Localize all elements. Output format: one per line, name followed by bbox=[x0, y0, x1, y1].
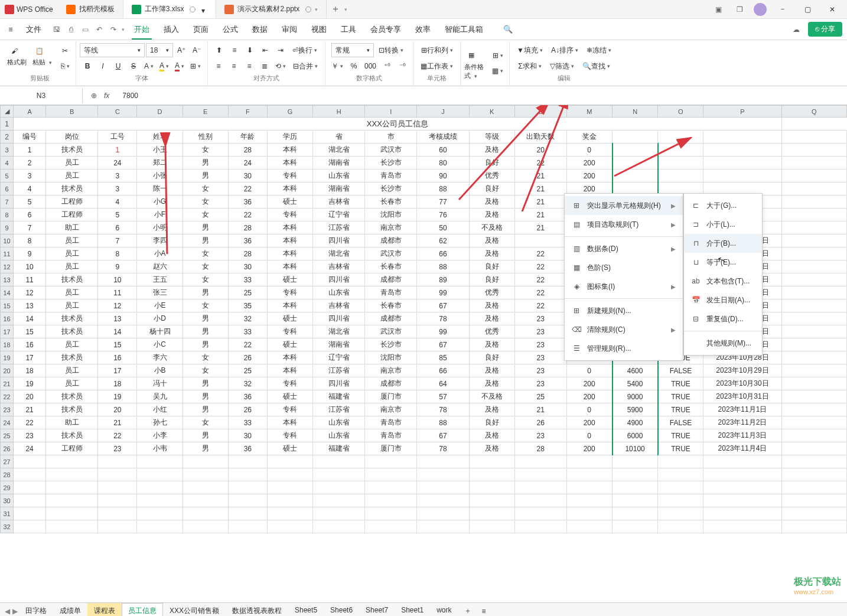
next-sheet-button[interactable]: ▶ bbox=[12, 607, 18, 615]
cell[interactable]: 30 bbox=[228, 260, 267, 273]
cell[interactable]: 及格 bbox=[469, 377, 514, 390]
cell[interactable]: 女 bbox=[183, 416, 228, 429]
menu-插入[interactable]: 插入 bbox=[157, 19, 186, 40]
cell[interactable]: 66 bbox=[417, 247, 469, 260]
cell[interactable]: 男 bbox=[183, 325, 228, 338]
cell[interactable]: 19 bbox=[14, 377, 46, 390]
cell[interactable]: 良好 bbox=[469, 260, 514, 273]
cell[interactable]: 22 bbox=[228, 182, 267, 195]
cell[interactable]: 及格 bbox=[469, 364, 514, 377]
cell[interactable]: 本科 bbox=[267, 234, 312, 247]
cut-button[interactable]: ✂ bbox=[58, 44, 72, 58]
decrease-indent-button[interactable]: ⇤ bbox=[258, 43, 272, 57]
col-header-A[interactable]: A bbox=[14, 106, 46, 118]
cell[interactable]: 2023年11月3日 bbox=[703, 429, 781, 442]
cell[interactable]: 2023年11月1日 bbox=[703, 403, 781, 416]
cell[interactable] bbox=[781, 377, 846, 390]
sheet-tab[interactable]: 成绩单 bbox=[53, 603, 87, 616]
cell[interactable]: 67 bbox=[417, 299, 469, 312]
cell[interactable] bbox=[781, 429, 846, 442]
cell[interactable]: 杨十四 bbox=[137, 325, 183, 338]
cell[interactable]: 小韦 bbox=[137, 442, 183, 455]
cell[interactable]: 22 bbox=[14, 416, 46, 429]
cell[interactable]: 13 bbox=[14, 299, 46, 312]
cell[interactable]: FALSE bbox=[658, 416, 703, 429]
cell[interactable]: 小红 bbox=[137, 403, 183, 416]
cell[interactable]: 60 bbox=[417, 144, 469, 157]
cell[interactable] bbox=[781, 312, 846, 325]
col-header-Q[interactable]: Q bbox=[781, 106, 846, 118]
col-header-N[interactable]: N bbox=[613, 106, 658, 118]
cell[interactable]: 66 bbox=[417, 364, 469, 377]
cell[interactable]: 21 bbox=[514, 182, 566, 195]
cell[interactable]: 26 bbox=[228, 403, 267, 416]
cell[interactable]: 5 bbox=[98, 208, 137, 221]
cell[interactable]: 湖北省 bbox=[313, 144, 365, 157]
cell[interactable]: 28 bbox=[514, 442, 566, 455]
cell[interactable]: 9 bbox=[14, 247, 46, 260]
cell[interactable]: 99 bbox=[417, 325, 469, 338]
cell[interactable]: 22 bbox=[514, 299, 566, 312]
cell[interactable]: 员工 bbox=[46, 170, 98, 182]
cell[interactable]: 专科 bbox=[267, 377, 312, 390]
cell[interactable]: 孙七 bbox=[137, 416, 183, 429]
cell[interactable]: 22 bbox=[228, 338, 267, 351]
row-header[interactable]: 4 bbox=[1, 157, 14, 170]
cell[interactable]: 21 bbox=[514, 221, 566, 234]
cell[interactable]: 成都市 bbox=[365, 234, 417, 247]
cell[interactable]: 0 bbox=[566, 403, 612, 416]
cell[interactable]: 18 bbox=[14, 364, 46, 377]
cell[interactable]: 工程师 bbox=[46, 442, 98, 455]
orientation-button[interactable]: ⟲ bbox=[273, 59, 288, 73]
sheet-tab[interactable]: Sheet5 bbox=[288, 603, 324, 616]
fill-button[interactable]: ▼ 填充 bbox=[513, 43, 546, 57]
cell[interactable] bbox=[514, 234, 566, 247]
cell[interactable]: 技术员 bbox=[46, 351, 98, 364]
name-box[interactable]: N3 bbox=[0, 88, 83, 103]
sheet-list-button[interactable]: ≡ bbox=[477, 607, 491, 615]
cell[interactable]: TRUE bbox=[658, 377, 703, 390]
cell[interactable]: 男 bbox=[183, 221, 228, 234]
cell[interactable]: 技术员 bbox=[46, 273, 98, 286]
cell[interactable]: 25 bbox=[228, 364, 267, 377]
cell[interactable] bbox=[781, 221, 846, 234]
cell[interactable]: 33 bbox=[228, 273, 267, 286]
row-header[interactable]: 23 bbox=[1, 403, 14, 416]
header-cell[interactable]: 奖金 bbox=[566, 131, 612, 144]
row-header[interactable]: 21 bbox=[1, 377, 14, 390]
increase-font-button[interactable]: A⁺ bbox=[174, 43, 188, 57]
cell-style-button[interactable]: ⊞ bbox=[490, 48, 506, 63]
cell[interactable]: 专科 bbox=[267, 286, 312, 299]
menu-公式[interactable]: 公式 bbox=[216, 19, 245, 40]
cell[interactable]: 23 bbox=[98, 442, 137, 455]
cell[interactable]: 厦门市 bbox=[365, 390, 417, 403]
cell[interactable]: 成都市 bbox=[365, 377, 417, 390]
cell[interactable]: 优秀 bbox=[469, 325, 514, 338]
cell[interactable] bbox=[781, 364, 846, 377]
cell[interactable]: 员工 bbox=[46, 338, 98, 351]
cell[interactable]: 小C bbox=[137, 338, 183, 351]
header-cell[interactable]: 姓名 bbox=[137, 131, 183, 144]
increase-decimal-button[interactable]: ⁺⁰ bbox=[380, 59, 394, 73]
cell[interactable]: 22 bbox=[514, 273, 566, 286]
decrease-font-button[interactable]: A⁻ bbox=[190, 43, 204, 57]
cell[interactable]: 24 bbox=[228, 157, 267, 170]
row-header[interactable]: 5 bbox=[1, 170, 14, 182]
cell[interactable]: 小明 bbox=[137, 221, 183, 234]
row-header[interactable]: 27 bbox=[1, 455, 14, 468]
cell[interactable]: 湖南省 bbox=[313, 338, 365, 351]
cell[interactable]: 四川省 bbox=[313, 234, 365, 247]
sheet-tab[interactable]: 田字格 bbox=[19, 603, 53, 616]
cell[interactable]: 技术员 bbox=[46, 144, 98, 157]
cell[interactable] bbox=[703, 157, 781, 170]
expand-icon[interactable]: ⊕ bbox=[91, 92, 97, 100]
cell[interactable] bbox=[781, 247, 846, 260]
cell[interactable]: 江苏省 bbox=[313, 364, 365, 377]
cell[interactable]: 青岛市 bbox=[365, 286, 417, 299]
cell[interactable]: 89 bbox=[417, 273, 469, 286]
cell[interactable]: 2023年10月31日 bbox=[703, 390, 781, 403]
header-cell[interactable]: 编号 bbox=[14, 131, 46, 144]
cell[interactable]: 冯十 bbox=[137, 377, 183, 390]
cell[interactable]: 专科 bbox=[267, 403, 312, 416]
cell[interactable] bbox=[781, 351, 846, 364]
